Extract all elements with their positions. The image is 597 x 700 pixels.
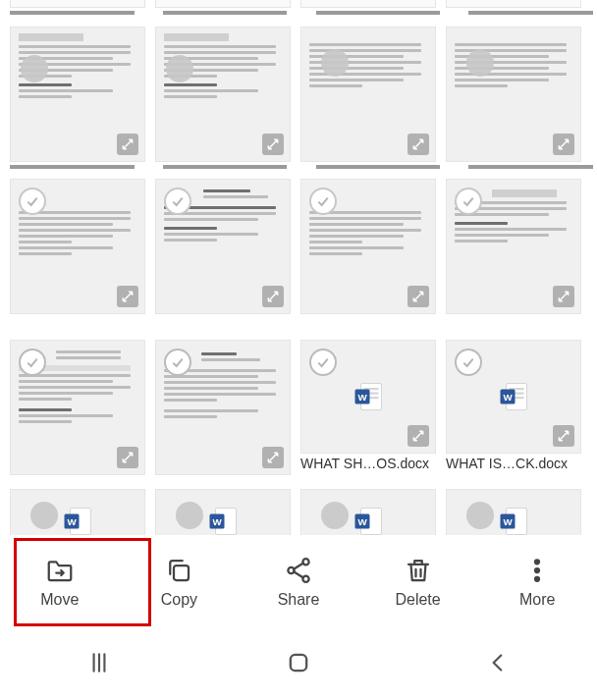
file-thumb[interactable] xyxy=(300,179,436,314)
svg-text:W: W xyxy=(212,516,222,527)
file-thumb[interactable] xyxy=(10,0,145,8)
select-checkbox[interactable] xyxy=(19,188,46,215)
select-checkbox[interactable] xyxy=(321,502,349,529)
expand-icon[interactable] xyxy=(117,286,138,307)
delete-button[interactable]: Delete xyxy=(358,536,478,628)
recents-nav-icon[interactable] xyxy=(86,650,112,679)
file-thumb[interactable] xyxy=(446,179,581,314)
svg-rect-31 xyxy=(291,655,306,671)
expand-icon[interactable] xyxy=(262,286,284,307)
expand-icon[interactable] xyxy=(407,134,429,155)
file-thumb[interactable]: W xyxy=(10,489,145,535)
file-thumb[interactable] xyxy=(446,27,581,162)
file-thumb[interactable] xyxy=(155,340,291,475)
file-thumb[interactable] xyxy=(446,0,581,8)
back-nav-icon[interactable] xyxy=(485,650,511,679)
svg-point-29 xyxy=(535,568,539,572)
select-checkbox[interactable] xyxy=(466,502,494,529)
file-thumb[interactable]: W xyxy=(300,340,436,454)
word-doc-icon: W xyxy=(496,379,531,414)
file-thumb[interactable] xyxy=(10,27,145,162)
expand-icon[interactable] xyxy=(407,425,429,447)
expand-icon[interactable] xyxy=(407,286,429,307)
move-label: Move xyxy=(40,591,79,609)
thumbnail-grid: W WHAT SH…OS.docx W WHAT IS…CK.docx xyxy=(10,0,593,535)
expand-icon[interactable] xyxy=(117,447,138,468)
expand-icon[interactable] xyxy=(262,447,284,468)
word-doc-icon: W xyxy=(205,504,241,535)
more-button[interactable]: More xyxy=(477,536,597,628)
system-nav-bar xyxy=(0,629,597,700)
file-caption: WHAT SH…OS.docx xyxy=(300,454,436,475)
select-checkbox[interactable] xyxy=(309,188,337,215)
select-checkbox[interactable] xyxy=(164,349,191,376)
file-thumb[interactable]: W xyxy=(155,489,291,535)
action-toolbar: Move Copy Share Delete More xyxy=(0,536,597,628)
file-thumb[interactable] xyxy=(10,340,145,475)
select-checkbox[interactable] xyxy=(176,502,203,529)
svg-point-28 xyxy=(535,560,539,564)
select-checkbox[interactable] xyxy=(455,349,482,376)
more-label: More xyxy=(519,591,555,609)
word-doc-icon: W xyxy=(60,504,95,535)
file-thumb[interactable] xyxy=(300,27,436,162)
svg-text:W: W xyxy=(503,392,513,403)
share-label: Share xyxy=(278,591,320,609)
select-checkbox[interactable] xyxy=(164,188,191,215)
copy-label: Copy xyxy=(161,591,197,609)
file-thumb[interactable] xyxy=(155,0,291,8)
home-nav-icon[interactable] xyxy=(285,649,312,680)
word-doc-icon: W xyxy=(351,504,386,535)
file-thumb[interactable]: W xyxy=(446,340,581,454)
word-doc-icon: W xyxy=(351,379,386,414)
svg-text:W: W xyxy=(503,516,513,527)
file-thumb[interactable] xyxy=(10,179,145,314)
expand-icon[interactable] xyxy=(553,425,574,447)
expand-icon[interactable] xyxy=(553,286,574,307)
file-thumb[interactable]: W xyxy=(300,489,436,535)
svg-text:W: W xyxy=(357,392,367,403)
file-thumb[interactable] xyxy=(300,0,436,8)
svg-text:W: W xyxy=(357,516,367,527)
file-thumb[interactable] xyxy=(155,179,291,314)
file-grid-screen: W WHAT SH…OS.docx W WHAT IS…CK.docx xyxy=(0,0,597,700)
select-checkbox[interactable] xyxy=(455,188,482,215)
delete-label: Delete xyxy=(395,591,440,609)
file-thumb[interactable]: W xyxy=(446,489,581,535)
expand-icon[interactable] xyxy=(553,134,574,155)
select-checkbox[interactable] xyxy=(30,502,58,529)
select-checkbox[interactable] xyxy=(309,349,337,376)
svg-point-30 xyxy=(535,577,539,581)
svg-rect-24 xyxy=(174,565,189,580)
word-doc-icon: W xyxy=(496,504,531,535)
file-caption: WHAT IS…CK.docx xyxy=(446,454,581,475)
share-button[interactable]: Share xyxy=(239,536,358,628)
svg-text:W: W xyxy=(67,516,77,527)
copy-button[interactable]: Copy xyxy=(120,536,240,628)
move-button[interactable]: Move xyxy=(0,536,120,628)
select-checkbox[interactable] xyxy=(19,349,46,376)
expand-icon[interactable] xyxy=(117,134,138,155)
expand-icon[interactable] xyxy=(262,134,284,155)
file-thumb[interactable] xyxy=(155,27,291,162)
